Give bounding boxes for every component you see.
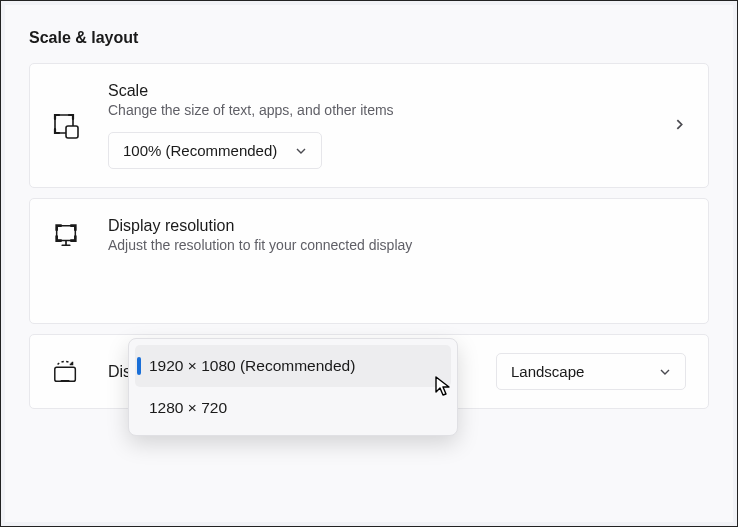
chevron-down-icon [295,145,307,157]
orientation-icon [52,358,80,386]
resolution-title: Display resolution [108,217,686,235]
scale-title: Scale [108,82,686,100]
resolution-option-2-label: 1280 × 720 [149,399,227,417]
scale-card[interactable]: Scale Change the size of text, apps, and… [29,63,709,188]
resolution-option-2[interactable]: 1280 × 720 [135,387,451,429]
section-title: Scale & layout [29,29,709,47]
scale-icon [52,112,80,140]
scale-subtitle: Change the size of text, apps, and other… [108,102,686,118]
resolution-dropdown-open[interactable]: 1920 × 1080 (Recommended) 1280 × 720 [128,338,458,436]
resolution-icon [52,221,80,249]
chevron-down-icon [659,366,671,378]
resolution-option-1-label: 1920 × 1080 (Recommended) [149,357,355,375]
svg-rect-1 [66,126,78,138]
orientation-selected-value: Landscape [511,363,584,380]
orientation-select[interactable]: Landscape [496,353,686,390]
svg-rect-2 [57,226,76,241]
resolution-card: Display resolution Adjust the resolution… [29,198,709,324]
svg-rect-3 [55,367,76,381]
resolution-subtitle: Adjust the resolution to fit your connec… [108,237,686,253]
scale-select[interactable]: 100% (Recommended) [108,132,322,169]
scale-selected-value: 100% (Recommended) [123,142,277,159]
chevron-right-icon[interactable] [673,117,686,135]
resolution-option-1[interactable]: 1920 × 1080 (Recommended) [135,345,451,387]
cursor-icon [435,376,453,402]
